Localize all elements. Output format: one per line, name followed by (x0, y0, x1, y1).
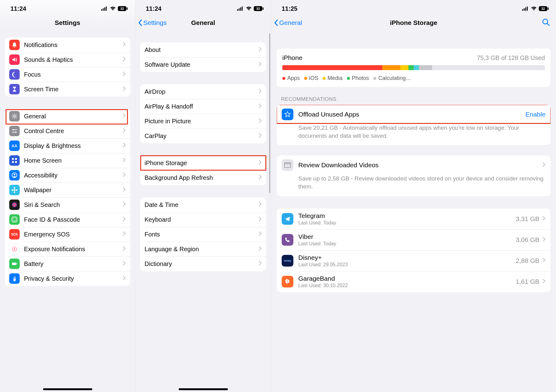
svg-line-48 (547, 23, 549, 26)
settings-row-accessibility[interactable]: Accessibility (5, 168, 130, 183)
legend-label: Calculating… (378, 75, 411, 81)
general-row-software-update[interactable]: Software Update (140, 57, 266, 72)
settings-row-control-centre[interactable]: Control Centre (5, 124, 130, 138)
aa-icon: AA (9, 141, 20, 151)
app-row-telegram[interactable]: TelegramLast Used: Today3,31 GB (277, 208, 550, 229)
status-time: 11:24 (10, 5, 26, 12)
face-icon (9, 214, 20, 225)
legend-item: iOS (304, 75, 318, 81)
general-row-label: Keyboard (145, 216, 259, 223)
app-name: GarageBand (298, 275, 516, 282)
grid-icon (9, 155, 20, 166)
chevron-right-icon (542, 216, 546, 222)
settings-row-emergency-sos[interactable]: SOSEmergency SOS (5, 227, 130, 242)
back-button[interactable]: General (274, 19, 302, 26)
chevron-right-icon (123, 113, 126, 119)
general-row-airplay-handoff[interactable]: AirPlay & Handoff (140, 99, 266, 114)
settings-row-focus[interactable]: Focus (5, 67, 130, 82)
page-title: iPhone Storage (390, 19, 437, 26)
general-row-language-region[interactable]: Language & Region (140, 242, 266, 256)
settings-row-siri-search[interactable]: Siri & Search (5, 197, 130, 212)
settings-row-notifications[interactable]: Notifications (5, 38, 130, 52)
chevron-right-icon (542, 279, 546, 285)
page-title: Settings (55, 19, 80, 26)
chevron-left-icon (274, 19, 279, 26)
general-row-label: Software Update (145, 61, 259, 68)
device-name: iPhone (282, 54, 302, 61)
chevron-right-icon (542, 162, 546, 168)
svg-rect-1 (103, 8, 104, 11)
search-button[interactable] (542, 18, 550, 28)
settings-row-label: Focus (24, 71, 123, 78)
svg-point-52 (287, 163, 287, 164)
settings-row-display-brightness[interactable]: AADisplay & Brightness (5, 138, 130, 153)
general-row-iphone-storage[interactable]: iPhone Storage (140, 156, 266, 170)
app-row-garageband[interactable]: GarageBandLast Used: 30.10.20221,61 GB (277, 271, 550, 292)
general-row-about[interactable]: About (140, 42, 266, 57)
general-row-background-app-refresh[interactable]: Background App Refresh (140, 170, 266, 185)
app-list: TelegramLast Used: Today3,31 GBViberLast… (277, 208, 550, 292)
settings-row-label: Control Centre (24, 128, 123, 135)
general-group-date: Date & TimeKeyboardFontsLanguage & Regio… (140, 197, 266, 271)
settings-row-label: Face ID & Passcode (24, 216, 123, 223)
svg-rect-0 (101, 9, 102, 11)
general-row-label: Dictionary (145, 260, 259, 267)
svg-point-54 (289, 163, 290, 164)
svg-rect-43 (527, 6, 528, 11)
general-row-date-time[interactable]: Date & Time (140, 197, 266, 212)
siri-icon (9, 200, 20, 210)
chevron-left-icon (138, 19, 143, 26)
settings-row-sounds-haptics[interactable]: Sounds & Haptics (5, 52, 130, 67)
settings-row-home-screen[interactable]: Home Screen (5, 153, 130, 168)
general-row-picture-in-picture[interactable]: Picture in Picture (140, 114, 266, 129)
svg-point-21 (14, 192, 15, 193)
app-row-viber[interactable]: ViberLast Used: Today3,06 GB (277, 229, 550, 250)
storage-segment (414, 65, 419, 70)
app-text: Disney+Last Used: 29.05.2023 (298, 254, 516, 267)
settings-row-exposure-notifications[interactable]: Exposure Notifications (5, 242, 130, 256)
app-icon-viber (282, 234, 293, 246)
legend-label: iOS (309, 75, 318, 81)
review-videos-row[interactable]: Review Downloaded Videos (277, 156, 550, 175)
svg-rect-3 (106, 6, 107, 11)
general-row-label: Language & Region (145, 246, 259, 253)
settings-row-face-id-passcode[interactable]: Face ID & Passcode (5, 212, 130, 227)
general-row-airdrop[interactable]: AirDrop (140, 84, 266, 99)
general-row-carplay[interactable]: CarPlay (140, 129, 266, 143)
app-icon-telegram (282, 213, 293, 225)
storage-segment (282, 65, 382, 70)
enable-button[interactable]: Enable (526, 111, 546, 118)
general-group-about: AboutSoftware Update (140, 42, 266, 72)
general-row-dictionary[interactable]: Dictionary (140, 256, 266, 271)
app-row-disney[interactable]: Disney+Disney+Last Used: 29.05.20232,88 … (277, 250, 550, 271)
app-size: 3,31 GB (516, 215, 539, 223)
back-button[interactable]: Settings (138, 19, 167, 26)
status-right: 32 (522, 6, 549, 11)
status-right: 32 (101, 6, 128, 11)
status-time: 11:25 (282, 5, 297, 12)
chevron-right-icon (123, 128, 126, 134)
status-bar: 11:24 32 (135, 0, 271, 15)
chevron-right-icon (259, 103, 262, 109)
chevron-right-icon (542, 237, 546, 243)
scroll-indicator[interactable] (269, 33, 270, 193)
svg-rect-13 (12, 158, 14, 160)
svg-rect-35 (240, 7, 241, 11)
general-row-fonts[interactable]: Fonts (140, 227, 266, 242)
settings-row-screen-time[interactable]: Screen Time (5, 82, 130, 97)
chevron-right-icon (259, 47, 262, 53)
svg-rect-45 (548, 7, 549, 10)
settings-row-battery[interactable]: Battery (5, 256, 130, 271)
chevron-right-icon (259, 261, 262, 267)
general-row-keyboard[interactable]: Keyboard (140, 212, 266, 227)
settings-row-wallpaper[interactable]: Wallpaper (5, 183, 130, 197)
general-row-label: About (145, 46, 259, 53)
moon-icon (9, 69, 20, 80)
wifi-icon (110, 6, 116, 11)
svg-point-19 (14, 189, 15, 191)
settings-row-general[interactable]: General (5, 109, 130, 124)
app-icon-disney: Disney+ (282, 255, 293, 267)
settings-row-privacy-security[interactable]: Privacy & Security (5, 271, 130, 286)
svg-rect-38 (263, 7, 264, 10)
offload-row[interactable]: Offload Unused Apps Enable (277, 105, 550, 124)
